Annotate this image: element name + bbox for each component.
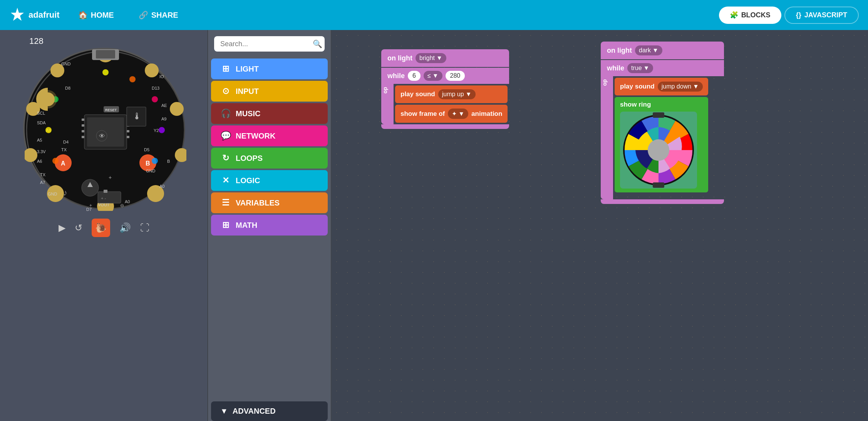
frame-param-dropdown[interactable]: ✦ ▼ — [448, 109, 468, 119]
svg-rect-23 — [127, 136, 129, 138]
svg-text:A9: A9 — [161, 117, 166, 121]
play-sound-label-2: play sound — [620, 83, 655, 90]
block-group-2: on light dark ▼ while true ▼ do — [601, 42, 724, 204]
svg-text:TX: TX — [40, 172, 46, 177]
variables-block-button[interactable]: ☰ VARIABLES — [211, 192, 328, 213]
light-icon: ⊞ — [220, 64, 231, 74]
svg-text:A7: A7 — [40, 180, 45, 185]
event-block-2[interactable]: on light dark ▼ — [601, 42, 724, 59]
on-light-label-1: on light — [387, 54, 412, 62]
sound-param-dropdown-2[interactable]: jump down ▼ — [658, 82, 703, 92]
variables-icon: ☰ — [220, 198, 231, 208]
svg-point-66 — [102, 69, 109, 75]
main-layout: 128 — [0, 30, 868, 421]
block-bottom-1 — [381, 124, 509, 129]
circuit-board: 🌡 RESET 👁 ♪ 👂 A B — [23, 48, 185, 209]
svg-text:A0: A0 — [159, 184, 164, 189]
dark-dropdown[interactable]: dark ▼ — [635, 45, 662, 55]
condition-left[interactable]: 6 — [408, 71, 421, 81]
share-icon: 🔗 — [139, 10, 148, 20]
input-icon: ⊙ — [220, 86, 231, 96]
slow-icon: 🐌 — [95, 222, 107, 233]
blocks-icon: 🧩 — [730, 11, 738, 19]
light-block-button[interactable]: ⊞ LIGHT — [211, 58, 328, 79]
fullscreen-icon: ⛶ — [140, 222, 149, 233]
true-dropdown[interactable]: true ▼ — [627, 63, 653, 73]
svg-text:Y2: Y2 — [154, 128, 159, 133]
svg-text:+ -: + - — [101, 196, 106, 200]
block-bottom-2 — [601, 199, 724, 204]
input-block-button[interactable]: ⊙ INPUT — [211, 81, 328, 102]
refresh-icon: ↺ — [75, 222, 82, 233]
sound-button[interactable]: 🔊 — [119, 222, 131, 233]
frame-label: show frame of — [400, 110, 445, 118]
music-icon: 🎧 — [220, 109, 231, 119]
sound-param-dropdown-1[interactable]: jump up ▼ — [438, 89, 476, 99]
bright-dropdown[interactable]: bright ▼ — [416, 53, 446, 63]
svg-point-82 — [648, 139, 669, 161]
math-block-button[interactable]: ⊞ MATH — [211, 215, 328, 236]
home-button[interactable]: 🏠 HOME — [72, 7, 120, 23]
advanced-block-button[interactable]: ▼ ADVANCED — [211, 401, 328, 421]
fullscreen-button[interactable]: ⛶ — [140, 222, 149, 233]
loops-block-button[interactable]: ↻ LOOPS — [211, 148, 328, 169]
js-icon: {} — [796, 11, 801, 19]
show-ring-block[interactable]: show ring — [615, 97, 708, 192]
condition-right[interactable]: 280 — [446, 71, 465, 81]
javascript-tab[interactable]: {} JAVASCRIPT — [784, 7, 859, 24]
play-sound-label-1: play sound — [400, 90, 435, 98]
color-ring-svg[interactable] — [620, 112, 697, 189]
while-block-2[interactable]: while true ▼ — [601, 60, 724, 76]
svg-text:+: + — [89, 203, 92, 208]
svg-point-76 — [41, 92, 55, 106]
chevron-down-icon: ▼ — [220, 407, 228, 416]
svg-text:A5: A5 — [37, 138, 42, 142]
show-frame-block[interactable]: show frame of ✦ ▼ animation — [395, 105, 508, 123]
svg-rect-13 — [96, 50, 115, 58]
svg-rect-16 — [82, 119, 84, 121]
blocks-tab[interactable]: 🧩 BLOCKS — [719, 7, 781, 24]
search-icon: 🔍 — [313, 39, 322, 48]
home-icon: 🏠 — [78, 10, 88, 20]
svg-rect-19 — [82, 136, 84, 138]
do-section-1: do play sound jump up ▼ show frame of — [381, 84, 509, 124]
refresh-button[interactable]: ↺ — [75, 222, 82, 233]
circuit-board-svg: 🌡 RESET 👁 ♪ 👂 A B — [25, 49, 186, 211]
svg-point-73 — [52, 158, 59, 164]
search-bar[interactable]: 🔍 — [214, 36, 325, 52]
music-block-button[interactable]: 🎧 MUSIC — [211, 103, 328, 124]
play-button[interactable]: ▶ — [59, 222, 65, 233]
svg-rect-17 — [82, 124, 84, 127]
search-input[interactable] — [220, 40, 310, 48]
logic-icon: ✕ — [220, 175, 231, 185]
adafruit-logo-icon — [9, 7, 25, 23]
math-icon: ⊞ — [220, 220, 231, 230]
logic-block-button[interactable]: ✕ LOGIC — [211, 170, 328, 191]
svg-text:D8: D8 — [65, 86, 70, 90]
share-button[interactable]: 🔗 SHARE — [132, 7, 184, 23]
slow-mode-button[interactable]: 🐌 — [92, 219, 110, 237]
svg-text:A6: A6 — [37, 159, 42, 164]
svg-rect-18 — [82, 130, 84, 132]
svg-text:AE: AE — [161, 103, 167, 108]
while-block-1[interactable]: while 6 ≤ ▼ 280 — [381, 68, 509, 84]
logo-text: adafruit — [28, 10, 60, 20]
network-block-button[interactable]: 💬 NETWORK — [211, 125, 328, 146]
svg-text:TX: TX — [61, 147, 67, 152]
ring-label: show ring — [620, 101, 651, 109]
do-section-2: do play sound jump down ▼ show ring — [601, 76, 724, 199]
workspace[interactable]: on light bright ▼ while 6 ≤ ▼ 280 — [331, 30, 868, 421]
svg-text:B: B — [146, 160, 150, 167]
sim-number: 128 — [29, 36, 44, 46]
logo: adafruit — [9, 7, 60, 23]
play-sound-block-1[interactable]: play sound jump up ▼ — [395, 85, 508, 103]
do-blocks-2: play sound jump down ▼ show ring — [613, 76, 710, 199]
svg-text:+: + — [109, 174, 112, 180]
event-block-1[interactable]: on light bright ▼ — [381, 49, 509, 67]
condition-op[interactable]: ≤ ▼ — [424, 71, 442, 81]
while-label-2: while — [607, 64, 624, 72]
svg-point-72 — [45, 127, 52, 133]
svg-text:🌡: 🌡 — [132, 111, 142, 121]
play-sound-block-2[interactable]: play sound jump down ▼ — [615, 78, 708, 95]
svg-point-70 — [152, 158, 158, 164]
